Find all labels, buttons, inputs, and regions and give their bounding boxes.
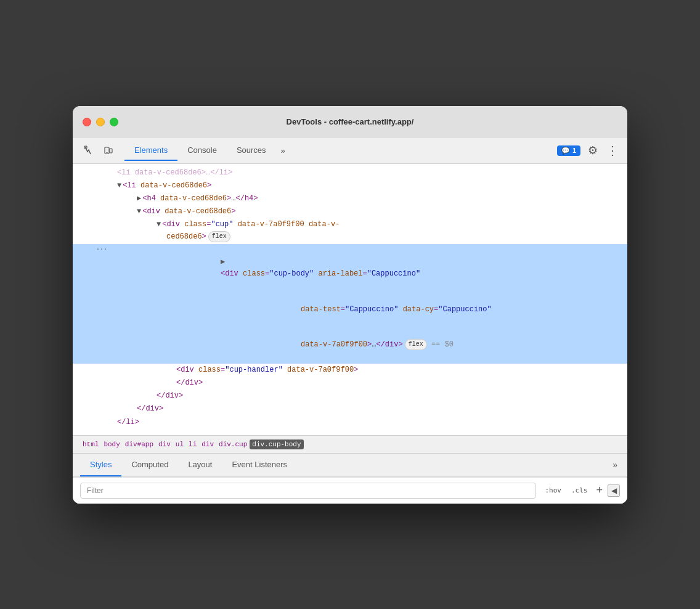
maximize-button[interactable] [110,118,118,126]
html-line[interactable]: </div> [73,403,627,415]
html-line[interactable]: ced68de6>flex [73,231,627,243]
breadcrumb-item-li[interactable]: li [186,439,199,449]
bottom-panel: Styles Computed Layout Event Listeners »… [73,454,627,504]
more-options-button[interactable]: ⋮ [605,141,620,160]
html-line[interactable]: ▼<div data-v-ced68de6> [73,205,627,218]
minimize-button[interactable] [96,118,105,126]
html-line[interactable]: <li data-v-ced68de6>…</li> [73,166,627,179]
tab-layout[interactable]: Layout [178,454,222,476]
html-line[interactable]: ▶<h4 data-v-ced68de6>…</h4> [73,192,627,205]
tab-elements[interactable]: Elements [124,141,177,161]
toolbar: Elements Console Sources » 💬 1 ⚙ ⋮ [73,138,627,164]
notification-count: 1 [572,147,576,154]
tab-styles[interactable]: Styles [80,454,121,476]
filter-bar: :hov .cls + ◀ [73,477,627,504]
collapse-button[interactable]: ◀ [608,484,620,497]
device-toolbar-button[interactable] [100,142,117,159]
tab-event-listeners[interactable]: Event Listeners [222,454,297,476]
inspect-element-button[interactable] [80,142,97,159]
svg-rect-2 [110,149,112,153]
elements-panel: <li data-v-ced68de6>…</li> ▼<li data-v-c… [73,164,627,435]
breadcrumb-item-divapp[interactable]: div#app [123,439,156,449]
tab-computed[interactable]: Computed [121,454,178,476]
cls-button[interactable]: .cls [568,484,592,496]
window-title: DevTools - coffee-cart.netlify.app/ [287,117,414,126]
main-tabs: Elements Console Sources [124,141,276,161]
breadcrumb-item-div2[interactable]: div [199,439,216,449]
html-line[interactable]: </div> [73,377,627,390]
add-style-button[interactable]: + [593,484,605,497]
more-bottom-tabs-button[interactable]: » [610,455,620,475]
breadcrumb-item-divcup[interactable]: div.cup [216,439,250,449]
html-line[interactable]: </div> [73,390,627,403]
close-button[interactable] [83,118,91,126]
filter-input[interactable] [80,483,536,499]
html-line[interactable]: <div class="cup-handler" data-v-7a0f9f00… [73,364,627,377]
titlebar: DevTools - coffee-cart.netlify.app/ [73,106,627,138]
html-line[interactable]: ▼<div class="cup" data-v-7a0f9f00 data-v… [73,218,627,231]
breadcrumb-item-divcupbody[interactable]: div.cup-body [250,439,303,449]
bottom-tabs: Styles Computed Layout Event Listeners » [73,454,627,477]
breadcrumb-item-html[interactable]: html [80,439,101,449]
breadcrumb: html body div#app div ul li div div.cup … [73,435,627,454]
tab-sources[interactable]: Sources [227,141,276,161]
settings-button[interactable]: ⚙ [585,141,600,160]
filter-actions: :hov .cls + ◀ [541,484,620,497]
toolbar-right: 💬 1 ⚙ ⋮ [557,141,620,160]
devtools-panel: Elements Console Sources » 💬 1 ⚙ ⋮ <li d… [73,138,627,504]
more-tabs-button[interactable]: » [279,144,288,158]
breadcrumb-item-body[interactable]: body [101,439,122,449]
breadcrumb-item-ul[interactable]: ul [173,439,186,449]
notification-icon: 💬 [561,147,570,155]
toolbar-icons [80,142,117,159]
notification-badge[interactable]: 💬 1 [557,145,580,156]
selected-element-line[interactable]: ··· ▶ <div class="cup-body" aria-label="… [73,244,627,364]
traffic-lights [83,118,118,126]
tab-console[interactable]: Console [177,141,227,161]
breadcrumb-item-div1[interactable]: div [156,439,173,449]
html-line[interactable]: ▼<li data-v-ced68de6> [73,179,627,192]
hov-button[interactable]: :hov [541,484,565,496]
devtools-window: DevTools - coffee-cart.netlify.app/ [73,106,627,504]
html-line[interactable]: </li> [73,416,627,429]
